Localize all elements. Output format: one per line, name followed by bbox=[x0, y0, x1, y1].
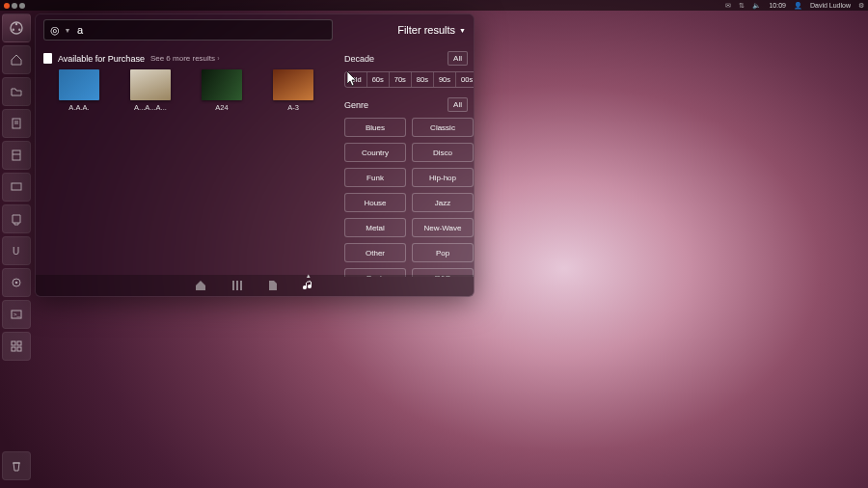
decade-options: Old60s70s80s90s00s10s bbox=[344, 71, 474, 88]
result-item[interactable]: A-3 bbox=[273, 69, 313, 112]
svg-rect-19 bbox=[232, 281, 234, 290]
genre-option[interactable]: New-Wave bbox=[412, 218, 474, 237]
result-item[interactable]: A.A.A. bbox=[59, 69, 99, 112]
section-title: Available for Purchase bbox=[58, 54, 145, 64]
genre-option[interactable]: Funk bbox=[344, 168, 406, 187]
chevron-down-icon: ▼ bbox=[459, 27, 466, 34]
genre-option[interactable]: Pop bbox=[412, 243, 474, 262]
svg-rect-15 bbox=[12, 341, 15, 345]
close-icon[interactable] bbox=[4, 3, 10, 9]
sound-icon[interactable]: 🔈 bbox=[752, 2, 761, 10]
filter-decade-all[interactable]: All bbox=[448, 51, 468, 66]
result-label: A...A...A... bbox=[134, 103, 167, 112]
result-item[interactable]: A...A...A... bbox=[130, 69, 171, 112]
search-field[interactable]: ◎ ▾ bbox=[43, 19, 333, 41]
genre-option[interactable]: Disco bbox=[412, 143, 474, 162]
lens-apps[interactable] bbox=[231, 280, 243, 291]
section-header: Available for Purchase See 6 more result… bbox=[43, 53, 333, 64]
svg-text:U: U bbox=[13, 246, 19, 257]
filter-decade: Decade All Old60s70s80s90s00s10s bbox=[344, 51, 468, 88]
svg-rect-20 bbox=[236, 281, 238, 290]
launcher-home[interactable] bbox=[2, 45, 31, 74]
svg-point-12 bbox=[15, 282, 18, 285]
window-controls bbox=[4, 3, 25, 9]
lens-files[interactable] bbox=[268, 280, 278, 291]
svg-rect-7 bbox=[13, 150, 20, 160]
network-icon[interactable]: ⇅ bbox=[739, 2, 745, 10]
power-icon[interactable]: ⚙ bbox=[858, 2, 864, 10]
genre-option[interactable]: House bbox=[344, 193, 406, 212]
genre-option[interactable]: Other bbox=[344, 243, 406, 262]
launcher-ubuntuone[interactable]: U bbox=[2, 236, 31, 265]
decade-option[interactable]: 90s bbox=[434, 72, 456, 87]
decade-option[interactable]: 70s bbox=[390, 72, 412, 87]
album-art bbox=[273, 69, 313, 100]
launcher: U >_ bbox=[0, 11, 33, 488]
genre-option[interactable]: Hip-hop bbox=[412, 168, 474, 187]
search-input[interactable] bbox=[75, 23, 311, 37]
result-item[interactable]: A24 bbox=[202, 69, 242, 112]
launcher-impress[interactable] bbox=[2, 173, 31, 202]
genre-option[interactable]: Jazz bbox=[412, 193, 474, 212]
mail-icon[interactable]: ✉ bbox=[725, 2, 731, 10]
decade-option[interactable]: Old bbox=[345, 72, 367, 87]
result-grid: A.A.A.A...A...A...A24A-3 bbox=[43, 69, 333, 112]
genre-option[interactable]: Metal bbox=[344, 218, 406, 237]
user-icon: 👤 bbox=[794, 2, 802, 10]
svg-point-1 bbox=[15, 23, 17, 25]
filter-genre-title: Genre bbox=[344, 100, 368, 110]
dash-header: ◎ ▾ Filter results ▼ bbox=[36, 14, 474, 45]
svg-rect-17 bbox=[12, 347, 15, 351]
clock[interactable]: 10:09 bbox=[769, 2, 786, 9]
see-more-link[interactable]: See 6 more results › bbox=[150, 54, 220, 63]
lens-bar bbox=[36, 275, 474, 296]
session-user[interactable]: David Ludlow bbox=[810, 2, 851, 9]
svg-rect-18 bbox=[17, 347, 21, 351]
launcher-writer[interactable] bbox=[2, 109, 31, 138]
genre-option[interactable]: Country bbox=[344, 143, 406, 162]
filter-genre: Genre All BluesClassicCountryDiscoFunkHi… bbox=[344, 97, 468, 277]
top-panel: ✉ ⇅ 🔈 10:09 👤 David Ludlow ⚙ bbox=[0, 0, 868, 11]
result-label: A-3 bbox=[287, 103, 299, 112]
dash: ◎ ▾ Filter results ▼ Available for Purch… bbox=[35, 14, 475, 297]
decade-option[interactable]: 00s bbox=[456, 72, 474, 87]
svg-rect-16 bbox=[17, 341, 21, 345]
genre-option[interactable]: Blues bbox=[344, 118, 406, 137]
filter-results-label: Filter results bbox=[397, 24, 455, 36]
lens-music[interactable] bbox=[303, 280, 314, 291]
result-label: A24 bbox=[215, 103, 228, 112]
genre-option[interactable]: Classic bbox=[412, 118, 474, 137]
result-label: A.A.A. bbox=[68, 103, 89, 112]
album-art bbox=[59, 69, 99, 100]
filter-decade-title: Decade bbox=[344, 54, 374, 64]
launcher-workspace[interactable] bbox=[2, 332, 31, 361]
launcher-folder[interactable] bbox=[2, 77, 31, 106]
album-art bbox=[130, 69, 171, 100]
decade-option[interactable]: 60s bbox=[367, 72, 390, 87]
launcher-terminal[interactable]: >_ bbox=[2, 300, 31, 329]
minimize-icon[interactable] bbox=[12, 3, 17, 9]
album-art bbox=[202, 69, 242, 100]
launcher-calc[interactable] bbox=[2, 141, 31, 170]
svg-point-2 bbox=[18, 29, 20, 31]
maximize-icon[interactable] bbox=[19, 3, 25, 9]
filter-genre-all[interactable]: All bbox=[448, 97, 468, 112]
decade-option[interactable]: 80s bbox=[412, 72, 434, 87]
svg-text:>_: >_ bbox=[14, 312, 21, 317]
svg-rect-21 bbox=[240, 281, 242, 290]
category-icon bbox=[43, 53, 52, 64]
svg-rect-9 bbox=[12, 183, 21, 190]
search-scope-dropdown-icon[interactable]: ▾ bbox=[66, 26, 69, 35]
svg-point-3 bbox=[13, 29, 14, 31]
launcher-settings[interactable] bbox=[2, 268, 31, 297]
launcher-software[interactable] bbox=[2, 204, 31, 233]
search-scope-icon: ◎ bbox=[50, 24, 60, 37]
dash-button[interactable] bbox=[2, 14, 31, 42]
filter-pane: Decade All Old60s70s80s90s00s10s Genre A… bbox=[340, 45, 474, 277]
filter-results-toggle[interactable]: Filter results ▼ bbox=[397, 24, 466, 36]
genre-options: BluesClassicCountryDiscoFunkHip-hopHouse… bbox=[344, 118, 468, 277]
results-pane: Available for Purchase See 6 more result… bbox=[36, 45, 340, 277]
lens-home[interactable] bbox=[195, 280, 206, 291]
trash-icon[interactable] bbox=[2, 451, 31, 480]
